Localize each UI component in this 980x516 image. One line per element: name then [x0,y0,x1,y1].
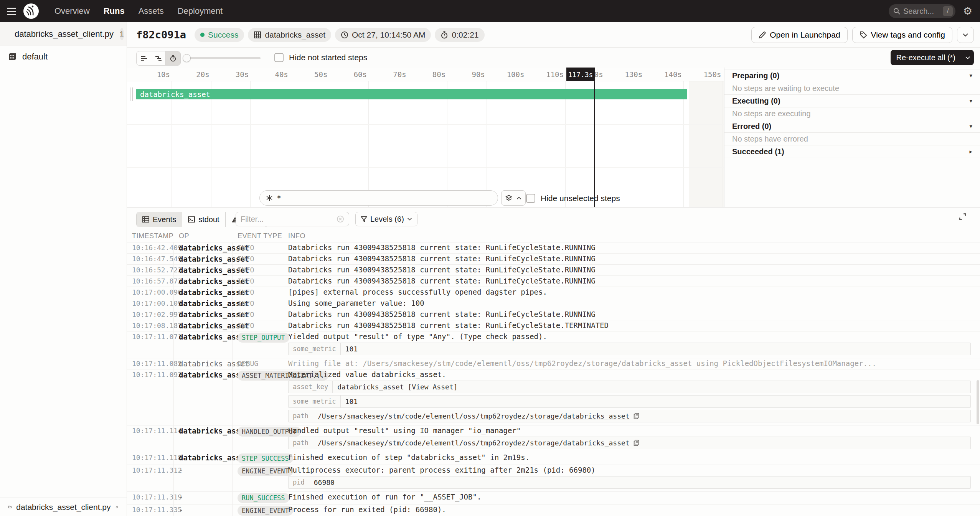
metadata-value: databricks_asset[View Asset] [333,381,970,393]
metadata-path-link[interactable]: /Users/smackesey/stm/code/elementl/oss/t… [318,439,630,447]
step-filter-input[interactable]: * [259,190,498,206]
repo-grid-icon [8,53,16,61]
log-op: databricks_asset [174,276,233,287]
gear-icon[interactable]: ⚙ [955,5,980,17]
view-tags-config-button[interactable]: View tags and config [852,27,952,43]
grid-line-vertical [605,81,605,207]
log-row[interactable]: 10:17:11.085databricks_assetDEBUGWriting… [127,358,980,369]
log-table: TIMESTAMPOPEVENT TYPEINFO 10:16:37.284da… [127,231,980,516]
gantt-chart[interactable]: databricks_asset * Hide unselected steps [127,81,724,207]
dagster-logo[interactable] [23,3,39,19]
nav-item-overview[interactable]: Overview [54,6,90,16]
hamburger-menu-icon[interactable] [0,8,23,15]
run-actions-dropdown-button[interactable] [957,27,974,43]
log-event-type: ENGINE_EVENT [233,465,283,491]
copy-icon[interactable] [634,413,639,419]
log-row[interactable]: 10:17:11.335-ENGINE_EVENTProcess for run… [127,504,980,516]
flat-view-button[interactable] [137,51,151,65]
nav-item-deployment[interactable]: Deployment [178,6,223,16]
caret-down-icon: ▾ [969,97,972,104]
log-info: Finished execution of run for "__ASSET_J… [283,492,980,504]
hide-unselected-checkbox[interactable] [526,194,535,203]
reload-icon[interactable] [115,503,118,511]
nav-item-runs[interactable]: Runs [104,6,125,16]
log-filter-input[interactable]: Filter... [236,212,349,226]
log-op: databricks_asset [174,265,233,275]
reexecute-all-button[interactable]: Re-execute all (*) [891,50,974,65]
log-info-text: Finished execution of run for "__ASSET_J… [288,493,977,501]
hide-not-started-checkbox[interactable] [274,53,284,62]
log-row[interactable]: 10:17:00.109databricks_assetINFOUsing so… [127,298,980,309]
log-info: Materialized value databricks_asset.asse… [283,369,980,425]
log-row[interactable]: 10:17:11.114databricks_assetHANDLED_OUTP… [127,425,980,452]
axis-tick-label: 80s [410,70,445,79]
log-row[interactable]: 10:16:52.722databricks_assetINFODatabric… [127,265,980,276]
log-row[interactable]: 10:17:11.118databricks_assetSTEP_SUCCESS… [127,452,980,465]
zoom-slider[interactable] [184,57,261,59]
log-row[interactable]: 10:17:08.187databricks_assetINFODatabric… [127,320,980,331]
hide-unselected-label: Hide unselected steps [541,194,620,203]
reexecute-dropdown-button[interactable] [961,50,974,65]
log-metadata-entry: path/Users/smackesey/stm/code/elementl/o… [288,437,971,449]
log-tab-stdout[interactable]: stdout [182,212,225,227]
step-query-options-button[interactable] [501,190,526,206]
log-scrollbar-thumb[interactable] [977,380,979,424]
clear-filter-icon[interactable] [337,215,344,223]
levels-dropdown-button[interactable]: Levels (6) [355,212,417,226]
step-status-section-errored[interactable]: Errored (0)▾ [724,120,980,133]
log-row[interactable]: 10:17:11.312-ENGINE_EVENTMultiprocess ex… [127,465,980,492]
log-info-text: [pipes] external process successfully op… [288,288,977,296]
log-info: Writing file at: /Users/smackesey/stm/co… [283,358,980,369]
sidebar-footer-label: databricks_asset_client.py [16,503,111,512]
copy-icon[interactable] [634,440,639,446]
event-type-text: INFO [238,266,254,274]
search-placeholder: Search... [903,7,940,16]
log-column-header: EVENT TYPE [233,232,283,240]
asset-badge[interactable]: databricks_asset [248,28,331,42]
main-content: f82c091a Success databricks_asset Oct 27… [127,22,980,516]
op-selector-icon [266,195,273,201]
log-timestamp: 10:17:11.312 [127,465,174,491]
log-info-text: Databricks run 43009438525818 current st… [288,244,977,252]
waterfall-view-button[interactable] [151,51,166,65]
run-header: f82c091a Success databricks_asset Oct 27… [127,22,980,48]
step-status-section-succeeded[interactable]: Succeeded (1)▸ [724,145,980,158]
log-event-type: DEBUG [233,358,283,369]
log-timestamp: 10:16:52.722 [127,265,174,275]
nav-item-assets[interactable]: Assets [139,6,164,16]
metadata-value: 66980 [309,476,970,488]
sidebar-item-default[interactable]: default [0,46,127,68]
gantt-row-handle[interactable] [130,87,134,101]
log-row[interactable]: 10:17:11.319-RUN_SUCCESSFinished executi… [127,492,980,504]
log-row[interactable]: 10:16:57.872databricks_assetINFODatabric… [127,276,980,287]
log-row[interactable]: 10:17:00.096databricks_assetINFO[pipes] … [127,287,980,298]
step-status-section-preparing[interactable]: Preparing (0)▾ [724,69,980,82]
gantt-step-bar[interactable]: databricks_asset [136,89,687,99]
log-row[interactable]: 10:16:47.549databricks_assetINFODatabric… [127,254,980,265]
log-timestamp: 10:17:11.085 [127,358,174,369]
log-info-text: Process for run exited (pid: 66980). [288,506,977,514]
folder-icon [8,503,12,511]
log-row[interactable]: 10:17:11.071databricks_assetSTEP_OUTPUTY… [127,331,980,358]
metadata-path-link[interactable]: /Users/smackesey/stm/code/elementl/oss/t… [318,412,630,420]
axis-tick-label: 90s [450,70,485,79]
timed-view-button[interactable] [166,51,180,65]
log-row[interactable]: 10:17:02.997databricks_assetINFODatabric… [127,309,980,320]
log-tab-events[interactable]: Events [137,212,182,227]
view-asset-link[interactable]: [View Asset] [408,383,458,391]
metadata-value-text: 66980 [314,478,335,486]
zoom-slider-knob[interactable] [183,54,191,62]
log-info-text: Databricks run 43009438525818 current st… [288,321,977,330]
log-row[interactable]: 10:16:42.409databricks_assetINFODatabric… [127,242,980,254]
open-launchpad-button[interactable]: Open in Launchpad [751,27,847,43]
search-input[interactable]: Search... / [889,4,955,18]
sidebar-item-databricks-asset-client-py[interactable]: databricks_asset_client.py1 [0,22,127,46]
log-fullscreen-button[interactable] [959,213,972,226]
log-info: [pipes] external process successfully op… [283,287,980,298]
log-op: - [174,504,233,516]
log-event-type: HANDLED_OUTPUT [233,425,283,452]
log-timestamp: 10:17:11.114 [127,425,174,452]
step-status-section-executing[interactable]: Executing (0)▾ [724,95,980,107]
log-info-text: Yielded output "result" of type "Any". (… [288,333,977,341]
log-row[interactable]: 10:17:11.092databricks_assetASSET_MATERI… [127,369,980,425]
